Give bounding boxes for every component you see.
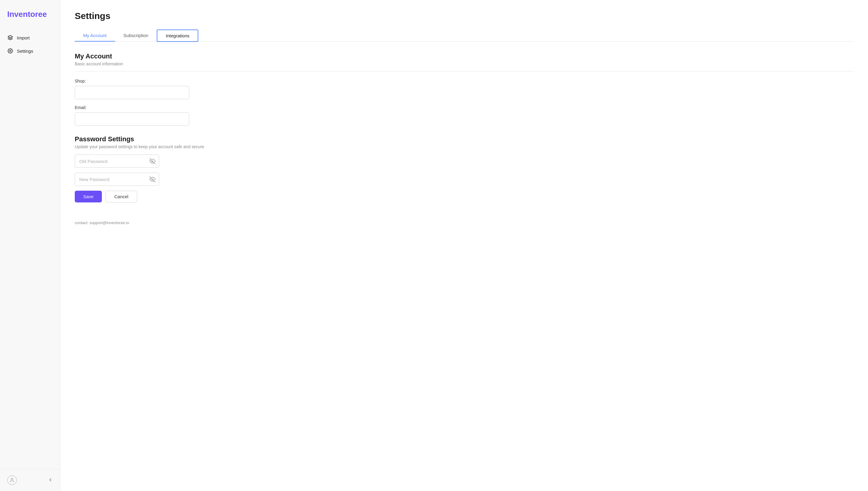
password-section-subtitle: Update your password settings to keep yo… [75, 144, 853, 149]
cancel-button[interactable]: Cancel [106, 191, 137, 202]
footer: contact: support@inventoree.io [75, 221, 853, 225]
user-avatar[interactable] [7, 475, 17, 485]
email-input[interactable] [75, 112, 189, 125]
app-name: Inventoree [7, 10, 47, 19]
password-section: Password Settings Update your password s… [75, 135, 853, 202]
shop-field-group: Shop: [75, 79, 853, 99]
svg-marker-0 [8, 35, 13, 38]
footer-contact: contact: support@inventoree.io [75, 221, 129, 225]
new-password-input[interactable] [75, 173, 159, 186]
page-title: Settings [75, 11, 853, 21]
svg-point-2 [11, 478, 13, 480]
tabs-bar: My Account Subscription Integrations [75, 30, 853, 41]
sidebar-item-settings[interactable]: Settings [0, 44, 60, 58]
tab-subscription[interactable]: Subscription [115, 30, 157, 41]
new-password-wrap [75, 173, 159, 186]
email-label: Email: [75, 105, 853, 110]
import-icon [7, 35, 13, 41]
svg-point-1 [10, 50, 11, 52]
old-password-toggle-icon[interactable] [149, 158, 156, 164]
my-account-section: My Account Basic account information Sho… [75, 52, 853, 125]
sidebar-item-settings-label: Settings [17, 49, 33, 54]
main-content: Settings My Account Subscription Integra… [60, 0, 868, 491]
sidebar-bottom [0, 469, 60, 491]
tab-integrations[interactable]: Integrations [157, 30, 198, 42]
app-logo: Inventoree [0, 0, 60, 29]
sidebar-item-import-label: Import [17, 35, 30, 40]
collapse-button[interactable] [48, 478, 53, 483]
new-password-toggle-icon[interactable] [149, 176, 156, 182]
my-account-title: My Account [75, 52, 853, 60]
password-section-title: Password Settings [75, 135, 853, 143]
save-button[interactable]: Save [75, 191, 102, 202]
tab-my-account[interactable]: My Account [75, 30, 115, 41]
my-account-subtitle: Basic account information [75, 61, 853, 66]
shop-input[interactable] [75, 86, 189, 99]
shop-label: Shop: [75, 79, 853, 83]
old-password-wrap [75, 154, 159, 168]
section-divider [75, 71, 853, 71]
settings-icon [7, 48, 13, 54]
sidebar-item-import[interactable]: Import [0, 31, 60, 44]
old-password-input[interactable] [75, 154, 159, 168]
sidebar: Inventoree Import Settings [0, 0, 60, 491]
button-row: Save Cancel [75, 191, 853, 202]
sidebar-nav: Import Settings [0, 29, 60, 469]
email-field-group: Email: [75, 105, 853, 125]
